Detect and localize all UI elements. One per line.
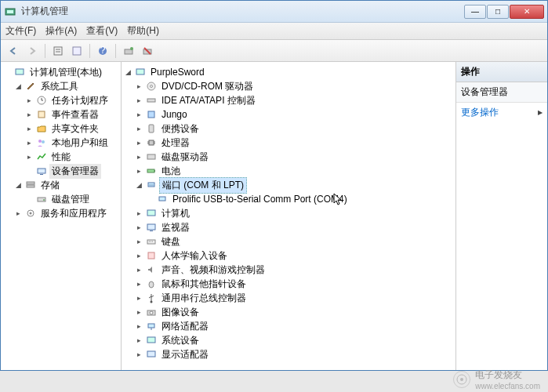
device-mice[interactable]: ▸鼠标和其他指针设备 (123, 277, 454, 291)
watermark-icon (453, 371, 470, 388)
menu-action[interactable]: 操作(A) (45, 24, 77, 38)
svg-point-53 (151, 301, 153, 303)
minimize-button[interactable]: — (464, 5, 486, 19)
svg-point-42 (149, 184, 150, 185)
left-tree-pane[interactable]: ▸计算机管理(本地) ◢系统工具 ▸任务计划程序 ▸事件查看器 ▸共享文件夹 ▸… (1, 62, 122, 370)
menu-help[interactable]: 帮助(H) (127, 24, 159, 38)
tree-storage[interactable]: ◢存储 (2, 178, 119, 192)
svg-point-55 (150, 311, 153, 314)
disk-icon (35, 193, 48, 205)
event-icon (35, 108, 48, 121)
device-jungo[interactable]: ▸Jungo (123, 107, 454, 122)
svg-rect-40 (154, 170, 155, 172)
maximize-button[interactable]: □ (487, 5, 509, 19)
svg-point-44 (152, 184, 153, 185)
device-display[interactable]: ▸显示适配器 (123, 347, 454, 361)
tree-event-viewer[interactable]: ▸事件查看器 (2, 107, 119, 122)
svg-rect-27 (136, 69, 144, 74)
cpu-icon (145, 136, 158, 149)
svg-rect-59 (147, 351, 155, 357)
device-imaging[interactable]: ▸图像设备 (123, 305, 454, 319)
svg-rect-19 (38, 169, 45, 173)
device-disk-drives[interactable]: ▸磁盘驱动器 (123, 150, 454, 164)
ide-icon (145, 94, 158, 107)
window-buttons: — □ ✕ (464, 5, 544, 19)
properties-button[interactable] (50, 43, 66, 59)
services-icon (24, 207, 37, 220)
watermark-url: www.elecfans.com (475, 382, 540, 390)
svg-rect-16 (38, 111, 45, 118)
titlebar: 计算机管理 — □ ✕ (1, 1, 547, 23)
svg-point-29 (151, 85, 153, 88)
watermark-brand: 电子发烧友 (475, 368, 540, 382)
tree-system-tools[interactable]: ◢系统工具 (2, 79, 119, 93)
device-prolific-com4[interactable]: ▸Prolific USB-to-Serial Comm Port (COM4) (123, 192, 454, 206)
svg-rect-46 (147, 210, 155, 216)
keyboard-icon (145, 235, 158, 248)
help-button[interactable]: ? (95, 43, 111, 59)
svg-rect-5 (73, 47, 81, 55)
device-tree-pane[interactable]: ◢PurpleSword ▸DVD/CD-ROM 驱动器 ▸IDE ATA/AT… (122, 62, 456, 370)
uninstall-button[interactable] (140, 43, 155, 59)
device-root[interactable]: ◢PurpleSword (123, 65, 454, 79)
svg-rect-56 (148, 324, 154, 328)
svg-rect-1 (7, 10, 13, 13)
jungo-icon (145, 108, 158, 121)
device-portable[interactable]: ▸便携设备 (123, 122, 454, 136)
separator (89, 44, 90, 58)
tree-disk-management[interactable]: ▸磁盘管理 (2, 192, 119, 206)
menubar: 文件(F) 操作(A) 查看(V) 帮助(H) (1, 23, 547, 40)
tree-device-manager[interactable]: ▸设备管理器 (2, 164, 119, 178)
tree-local-users[interactable]: ▸本地用户和组 (2, 136, 119, 150)
usb-icon (145, 292, 158, 304)
device-sound[interactable]: ▸声音、视频和游戏控制器 (123, 263, 454, 277)
device-system[interactable]: ▸系统设备 (123, 333, 454, 347)
back-button[interactable] (5, 43, 21, 59)
svg-rect-20 (40, 174, 43, 175)
system-icon (145, 334, 158, 347)
device-ide[interactable]: ▸IDE ATA/ATAPI 控制器 (123, 93, 454, 107)
device-usb[interactable]: ▸通用串行总线控制器 (123, 291, 454, 305)
tree-root[interactable]: ▸计算机管理(本地) (2, 65, 119, 79)
svg-point-18 (42, 140, 45, 143)
sound-icon (145, 263, 158, 276)
close-button[interactable]: ✕ (510, 5, 544, 19)
device-computer[interactable]: ▸计算机 (123, 206, 454, 220)
scan-hardware-button[interactable] (121, 43, 136, 59)
device-dvd[interactable]: ▸DVD/CD-ROM 驱动器 (123, 79, 454, 93)
device-processors[interactable]: ▸处理器 (123, 136, 454, 150)
tree-task-scheduler[interactable]: ▸任务计划程序 (2, 93, 119, 107)
device-network[interactable]: ▸网络适配器 (123, 319, 454, 333)
svg-point-24 (43, 199, 45, 201)
svg-rect-2 (54, 47, 62, 55)
toolbar-icon[interactable] (69, 43, 85, 59)
svg-rect-12 (16, 69, 24, 74)
device-icon (35, 165, 48, 177)
mouse-icon (145, 278, 158, 290)
svg-text:?: ? (100, 45, 106, 56)
tree-services-apps[interactable]: ▸服务和应用程序 (2, 206, 119, 220)
tree-performance[interactable]: ▸性能 (2, 150, 119, 164)
svg-point-17 (38, 140, 42, 143)
storage-icon (24, 179, 37, 191)
actions-pane: 操作 设备管理器 更多操作▶ (456, 62, 547, 370)
device-batteries[interactable]: ▸电池 (123, 164, 454, 178)
menu-view[interactable]: 查看(V) (86, 24, 118, 38)
content-area: ▸计算机管理(本地) ◢系统工具 ▸任务计划程序 ▸事件查看器 ▸共享文件夹 ▸… (1, 62, 547, 370)
svg-rect-38 (147, 154, 155, 159)
device-keyboards[interactable]: ▸键盘 (123, 234, 454, 249)
device-ports[interactable]: ◢端口 (COM 和 LPT) (123, 178, 454, 192)
forward-button[interactable] (24, 43, 40, 59)
chevron-right-icon: ▶ (538, 109, 543, 116)
svg-rect-30 (147, 99, 155, 102)
tree-shared-folders[interactable]: ▸共享文件夹 (2, 122, 119, 136)
hdd-icon (145, 151, 158, 163)
device-hid[interactable]: ▸人体学输入设备 (123, 249, 454, 263)
svg-rect-32 (149, 125, 154, 132)
menu-file[interactable]: 文件(F) (5, 24, 36, 38)
computer-icon (145, 207, 158, 220)
port-icon (145, 179, 158, 191)
device-monitors[interactable]: ▸监视器 (123, 220, 454, 234)
more-actions-link[interactable]: 更多操作▶ (456, 103, 547, 122)
separator (115, 44, 116, 58)
